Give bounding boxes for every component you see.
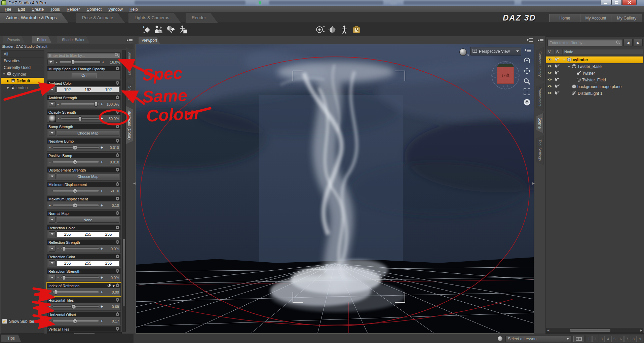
side-tab-parameters[interactable]: Parameters — [536, 83, 543, 111]
selectable-cursor-icon[interactable] — [554, 91, 561, 96]
slider-minus[interactable]: - — [57, 102, 59, 107]
visibility-eye-icon[interactable] — [546, 64, 553, 69]
dropdown-button[interactable] — [49, 231, 55, 237]
side-tab-scene[interactable]: Scene — [536, 113, 543, 133]
lesson-number-1[interactable]: 1 — [586, 336, 592, 342]
tab-shader-baker[interactable]: Shader Baker — [57, 36, 89, 43]
expander-icon[interactable]: ▶ — [6, 79, 10, 82]
tab-actors-wardrobe-props[interactable]: Actors, Wardrobe & Props — [0, 13, 69, 23]
slider-track[interactable] — [61, 103, 99, 105]
close-icon[interactable] — [622, 0, 637, 5]
slider-track[interactable] — [61, 117, 99, 120]
list-item-all[interactable]: All — [1, 51, 44, 58]
slider-plus[interactable]: + — [101, 189, 103, 193]
lesson-number-7[interactable]: 7 — [624, 336, 630, 342]
scene-node-twister-base[interactable]: ▼Twister_Base — [546, 63, 643, 70]
scene-filter[interactable] — [547, 39, 622, 46]
gear-icon[interactable] — [116, 226, 119, 230]
gear-icon[interactable] — [116, 182, 119, 187]
lesson-number-5[interactable]: 5 — [611, 336, 617, 342]
viewport-canvas[interactable]: Left Perspective View + — [136, 44, 534, 334]
nav-my-gallery[interactable]: My Gallery — [611, 14, 642, 22]
slider-track[interactable] — [61, 276, 99, 279]
perspective-eye-icon[interactable] — [315, 25, 326, 35]
lesson-number-4[interactable]: 4 — [605, 336, 611, 342]
dropdown-button[interactable] — [49, 260, 55, 266]
dropdown-button[interactable] — [47, 59, 54, 65]
scene-forward-button[interactable]: ▶ — [634, 39, 643, 46]
visibility-eye-icon[interactable] — [546, 91, 553, 96]
slider-minus[interactable]: - — [49, 319, 51, 323]
selectable-cursor-icon[interactable] — [554, 84, 561, 89]
scene-filter-input[interactable] — [548, 41, 616, 45]
shader-ball-icon[interactable] — [165, 25, 176, 35]
viewport-pane-menu-icon[interactable] — [526, 38, 533, 43]
scene-node-distantlight-1[interactable]: DistantLight 1 — [546, 90, 643, 97]
gear-icon[interactable] — [116, 255, 119, 259]
slider-plus[interactable]: + — [102, 60, 104, 65]
maximize-icon[interactable] — [611, 0, 622, 5]
lighting-chevron-icon[interactable] — [467, 55, 469, 56]
surfaces-filter-input[interactable] — [47, 53, 115, 58]
pan-icon[interactable] — [523, 67, 531, 75]
slider-thumb[interactable] — [73, 160, 77, 164]
scene-back-button[interactable]: ◀ — [623, 39, 633, 46]
slider-track[interactable] — [52, 204, 99, 206]
color-swatch[interactable]: 255255255 — [57, 231, 119, 237]
minimize-icon[interactable] — [601, 0, 611, 5]
slider-plus[interactable]: + — [101, 203, 103, 208]
orbit-icon[interactable] — [523, 56, 531, 65]
map-button[interactable]: None — [57, 217, 119, 223]
slider-plus[interactable]: + — [101, 145, 103, 150]
selectable-cursor-icon[interactable] — [554, 57, 561, 63]
selectable-cursor-icon[interactable] — [554, 77, 561, 83]
side-tab-shaping[interactable]: Shaping — [126, 82, 133, 104]
lesson-number-2[interactable]: 2 — [592, 336, 598, 342]
lesson-number-8[interactable]: 8 — [631, 336, 637, 342]
surfaces-filter[interactable] — [47, 52, 121, 58]
slider-minus[interactable]: - — [49, 189, 51, 193]
slider-track[interactable] — [52, 190, 99, 192]
list-item-currently-used[interactable]: Currently Used — [1, 64, 44, 71]
zoom-icon[interactable] — [523, 77, 531, 85]
gear-icon[interactable] — [116, 67, 119, 71]
color-swatch[interactable]: 255255255 — [57, 260, 119, 266]
slider-track[interactable] — [59, 61, 101, 63]
gear-icon[interactable] — [116, 96, 119, 100]
expander-icon[interactable]: ▼ — [567, 65, 571, 68]
slider-minus[interactable]: - — [49, 203, 51, 208]
slider-track[interactable] — [52, 320, 99, 322]
favorite-heart-icon[interactable]: ♥ — [112, 284, 115, 288]
tab-presets[interactable]: Presets — [3, 36, 25, 43]
frame-icon[interactable]: + — [523, 88, 531, 96]
slider-thumb[interactable] — [71, 60, 74, 65]
slider-minus[interactable]: - — [57, 246, 59, 251]
tree-item-enden[interactable]: ▶enden — [1, 84, 44, 91]
sphere-light-icon[interactable] — [327, 25, 338, 35]
dropdown-button[interactable] — [49, 275, 55, 280]
visibility-eye-icon[interactable] — [546, 71, 553, 76]
lesson-select[interactable]: Select a Lesson... — [505, 336, 571, 342]
menu-edit[interactable]: Edit — [14, 7, 28, 12]
texture-map-thumbnail[interactable] — [49, 115, 56, 122]
slider-thumb[interactable] — [73, 319, 77, 323]
map-button[interactable]: Choose Map — [57, 130, 119, 136]
menu-help[interactable]: Help — [126, 7, 141, 12]
gear-icon[interactable] — [116, 124, 119, 129]
scene-node-twister-field[interactable]: Twister_Field — [546, 77, 643, 83]
slider-thumb[interactable] — [62, 246, 65, 251]
slider-track[interactable] — [52, 146, 99, 149]
tab-lights-cameras[interactable]: Lights & Cameras — [128, 13, 181, 23]
slider-minus[interactable]: - — [55, 60, 58, 65]
gear-icon[interactable] — [116, 327, 119, 331]
toggle-on-button[interactable]: On — [72, 73, 97, 78]
expander-icon[interactable]: ▼ — [2, 73, 6, 76]
dropdown-button[interactable] — [49, 217, 55, 223]
scene-horizontal-scrollbar[interactable]: ◀ ▶ — [546, 328, 643, 333]
slider-minus[interactable]: - — [57, 116, 60, 121]
menu-file[interactable]: File — [1, 7, 14, 12]
slider-track[interactable] — [52, 305, 99, 308]
lesson-number-6[interactable]: 6 — [618, 336, 624, 342]
lesson-number-3[interactable]: 3 — [599, 336, 605, 342]
dropdown-button[interactable] — [49, 246, 55, 252]
